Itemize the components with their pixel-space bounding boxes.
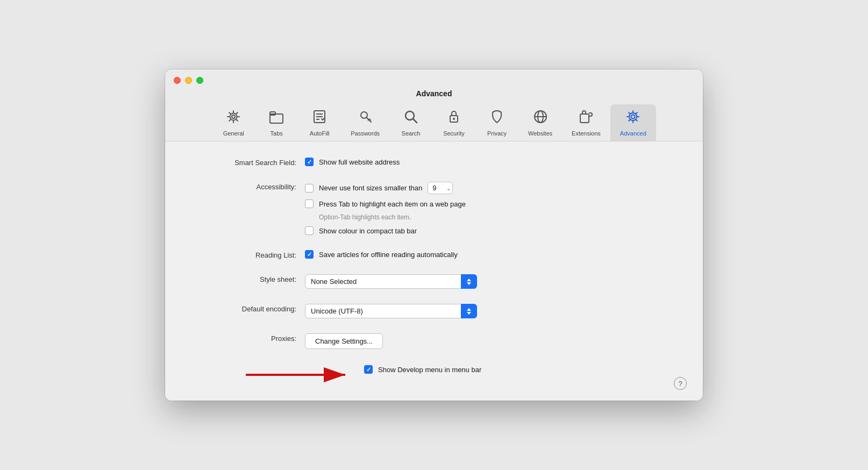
privacy-label: Privacy (487, 130, 507, 137)
tab-autofill[interactable]: AutoFill (298, 104, 341, 141)
window-controls (174, 77, 203, 84)
advanced-icon (625, 109, 641, 127)
titlebar: Advanced General (165, 69, 703, 141)
tab-security[interactable]: Security (432, 104, 475, 141)
develop-menu-row: Show Develop menu in menu bar (197, 365, 671, 374)
safari-preferences-window: Advanced General (165, 69, 703, 401)
toolbar: General Tabs (212, 104, 656, 141)
settings-content: Smart Search Field: Show full website ad… (165, 141, 703, 401)
passwords-icon (357, 109, 373, 127)
tabs-label: Tabs (271, 130, 283, 137)
close-button[interactable] (174, 77, 181, 84)
show-full-address-row: Show full website address (305, 158, 400, 166)
maximize-button[interactable] (196, 77, 203, 84)
develop-menu-section: Show Develop menu in menu bar ? (197, 365, 671, 384)
security-label: Security (443, 130, 465, 137)
save-offline-checkbox[interactable] (305, 250, 314, 259)
search-label: Search (402, 130, 421, 137)
svg-point-21 (629, 113, 637, 120)
option-tab-hint: Option-Tab highlights each item. (319, 213, 466, 221)
develop-menu-checkbox[interactable] (364, 365, 373, 374)
tabs-icon (268, 109, 284, 127)
show-colour-checkbox[interactable] (305, 226, 314, 235)
style-sheet-label: Style sheet: (197, 274, 305, 283)
security-icon (446, 109, 462, 127)
encoding-select-wrapper: Unicode (UTF-8) Western (ISO Latin 1) (305, 304, 477, 318)
extensions-label: Extensions (572, 130, 601, 137)
autofill-icon (311, 109, 328, 127)
encoding-select[interactable]: Unicode (UTF-8) Western (ISO Latin 1) (305, 304, 477, 318)
tab-search[interactable]: Search (389, 104, 432, 141)
show-colour-label: Show colour in compact tab bar (319, 227, 417, 235)
tab-passwords[interactable]: Passwords (341, 104, 389, 141)
change-settings-button[interactable]: Change Settings... (305, 333, 383, 349)
style-sheet-row: Style sheet: None Selected (197, 274, 671, 289)
reading-list-controls: Save articles for offline reading automa… (305, 250, 458, 259)
press-tab-label: Press Tab to highlight each item on a we… (319, 200, 466, 208)
encoding-row: Default encoding: Unicode (UTF-8) Wester… (197, 304, 671, 318)
svg-rect-19 (580, 114, 589, 123)
style-sheet-select-wrapper: None Selected (305, 274, 477, 289)
general-label: General (223, 130, 244, 137)
save-offline-row: Save articles for offline reading automa… (305, 250, 458, 259)
tab-extensions[interactable]: Extensions (562, 104, 610, 141)
press-tab-checkbox[interactable] (305, 200, 314, 208)
advanced-label: Advanced (620, 130, 646, 137)
websites-icon (532, 109, 549, 127)
svg-line-13 (413, 119, 417, 123)
style-sheet-controls: None Selected (305, 274, 477, 289)
accessibility-row: Accessibility: Never use font sizes smal… (197, 182, 671, 235)
reading-list-label: Reading List: (197, 250, 305, 259)
svg-point-1 (230, 113, 237, 120)
reading-list-row: Reading List: Save articles for offline … (197, 250, 671, 259)
privacy-icon (489, 109, 505, 127)
font-size-label: Never use font sizes smaller than (319, 184, 422, 192)
tab-general[interactable]: General (212, 104, 255, 141)
tab-tabs[interactable]: Tabs (255, 104, 298, 141)
font-size-checkbox[interactable] (305, 184, 314, 193)
proxies-controls: Change Settings... (305, 333, 383, 349)
smart-search-label: Smart Search Field: (197, 158, 305, 167)
encoding-label: Default encoding: (197, 304, 305, 313)
svg-point-0 (232, 115, 235, 118)
smart-search-row: Smart Search Field: Show full website ad… (197, 158, 671, 167)
tab-websites[interactable]: Websites (518, 104, 562, 141)
font-size-select[interactable]: 9 10 11 12 14 (428, 182, 453, 194)
show-colour-row: Show colour in compact tab bar (305, 226, 466, 235)
minimize-button[interactable] (185, 77, 192, 84)
proxies-label: Proxies: (197, 333, 305, 343)
svg-point-15 (453, 118, 455, 120)
tab-privacy[interactable]: Privacy (475, 104, 518, 141)
extensions-icon (578, 109, 594, 127)
window-title: Advanced (416, 89, 452, 98)
smart-search-controls: Show full website address (305, 158, 400, 166)
show-full-address-label: Show full website address (319, 158, 400, 166)
show-full-address-checkbox[interactable] (305, 158, 314, 166)
style-sheet-select[interactable]: None Selected (305, 274, 477, 289)
press-tab-row: Press Tab to highlight each item on a we… (305, 200, 466, 208)
save-offline-label: Save articles for offline reading automa… (319, 251, 458, 259)
develop-menu-label: Show Develop menu in menu bar (378, 366, 481, 374)
general-icon (225, 109, 241, 127)
svg-point-20 (631, 115, 635, 119)
help-button[interactable]: ? (674, 377, 687, 390)
passwords-label: Passwords (351, 130, 380, 137)
proxies-row: Proxies: Change Settings... (197, 333, 671, 349)
search-icon (403, 109, 419, 127)
accessibility-label: Accessibility: (197, 182, 305, 191)
font-size-select-wrapper: 9 10 11 12 14 ⌄ (428, 182, 453, 194)
autofill-label: AutoFill (310, 130, 330, 137)
font-size-row: Never use font sizes smaller than 9 10 1… (305, 182, 466, 194)
websites-label: Websites (528, 130, 552, 137)
accessibility-controls: Never use font sizes smaller than 9 10 1… (305, 182, 466, 235)
tab-advanced[interactable]: Advanced (610, 104, 656, 141)
encoding-controls: Unicode (UTF-8) Western (ISO Latin 1) (305, 304, 477, 318)
